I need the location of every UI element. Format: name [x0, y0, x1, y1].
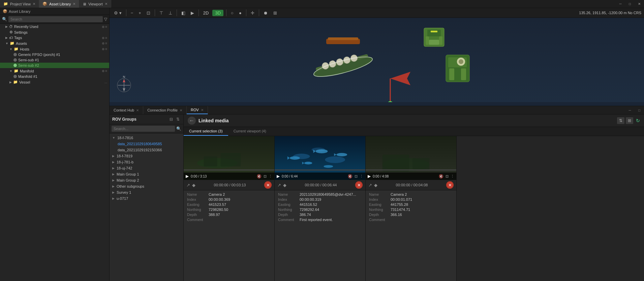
bottom-minimize[interactable]: ─	[625, 106, 635, 115]
close-context-hub[interactable]: ✕	[136, 108, 139, 112]
manifold-action-1[interactable]: ⊕	[102, 69, 104, 73]
tree-item-vessel[interactable]: ▶ 📁 Vessel ...	[0, 79, 109, 85]
back-btn[interactable]: ←	[188, 117, 196, 125]
fit-btn[interactable]: ⊡	[145, 10, 152, 16]
menu-btn-1[interactable]: ⋮	[269, 174, 272, 179]
tree-item-manifold-1[interactable]: Manifold #1	[0, 74, 109, 79]
video-thumb-3[interactable]: ▶ 0:00 / 4:08 🔇 ⊡ ⋮	[366, 136, 456, 180]
close-viewport[interactable]: ✕	[105, 2, 108, 6]
fullscreen-btn-1[interactable]: ⊡	[264, 174, 267, 179]
play-btn-1[interactable]: ▶	[186, 174, 189, 179]
rov-item-survey-1[interactable]: ▶ Survey 1	[110, 189, 183, 195]
ct-link-btn-2[interactable]: ↗	[277, 183, 281, 188]
vol-btn-1[interactable]: 🔇	[257, 174, 262, 179]
rov-item-18-f-7816[interactable]: ▼ 18-f-7816	[110, 135, 183, 141]
tab-current-selection[interactable]: Current selection (3)	[184, 127, 228, 136]
lm-expand-btn[interactable]: ⊞	[626, 117, 633, 124]
zoom-out-btn[interactable]: −	[129, 10, 135, 16]
measure-btn[interactable]: ✛	[249, 10, 256, 16]
solid-btn[interactable]: ●	[237, 10, 243, 16]
video-thumb-2[interactable]: ▶ 0:00 / 6:44 🔇 ⊡ ⋮	[275, 136, 365, 180]
tree-item-assets[interactable]: ▼ 📁 Assets ⊕ ≡	[0, 40, 109, 46]
tags-action-2[interactable]: ≡	[105, 36, 107, 40]
vessel-action-1[interactable]: ...	[104, 80, 107, 84]
rov-item-main-group-2[interactable]: ▶ Main Group 2	[110, 177, 183, 183]
camera-btn[interactable]: ◧	[180, 10, 187, 16]
zoom-in-btn[interactable]: +	[137, 10, 143, 16]
lm-refresh-btn[interactable]: ↻	[636, 118, 640, 123]
viewport-canvas[interactable]: N	[110, 18, 644, 102]
bottom-maximize[interactable]: □	[635, 106, 644, 115]
tree-item-semi-sub-1[interactable]: Semi-sub #1	[0, 57, 109, 63]
close-connection-profile[interactable]: ✕	[180, 108, 182, 112]
tab-project-view[interactable]: 📁 Project View ✕	[0, 0, 39, 8]
maximize-btn[interactable]: □	[625, 0, 635, 8]
layers-up-btn[interactable]: ⊤	[158, 10, 165, 16]
rov-item-u-0717[interactable]: ▶ u-0717	[110, 195, 183, 201]
rov-sort-btn[interactable]: ⇅	[175, 117, 181, 122]
action-icon-2[interactable]: ≡	[105, 25, 107, 29]
play-btn-3[interactable]: ▶	[368, 174, 371, 179]
close-project-view[interactable]: ✕	[33, 2, 35, 6]
hosts-action-2[interactable]: ≡	[105, 47, 107, 51]
ct-diamond-btn-1[interactable]: ◆	[192, 183, 195, 188]
expand-vp-btn[interactable]: ⊞	[272, 10, 279, 16]
ct-delete-btn-2[interactable]: ✕	[355, 181, 363, 189]
menu-btn-2[interactable]: ⋮	[360, 174, 363, 179]
play-btn[interactable]: ▶	[189, 10, 196, 16]
rov-item-18-j-781-b[interactable]: ▶ 18-j-781-b	[110, 159, 183, 165]
tree-item-manifold[interactable]: ▼ 📁 Manifold ⊕ ≡	[0, 68, 109, 74]
video-thumb-1[interactable]: ▶ 0:00 / 3:13 🔇 ⊡ ⋮	[184, 136, 274, 180]
record-btn[interactable]: ⏺	[262, 10, 270, 16]
ct-link-btn-3[interactable]: ↗	[368, 183, 372, 188]
action-icon-1[interactable]: ⊕	[102, 25, 104, 29]
play-btn-2[interactable]: ▶	[277, 174, 280, 179]
search-input[interactable]	[8, 16, 103, 22]
tree-item-settings[interactable]: ⚙ Settings	[0, 29, 109, 35]
tree-item-recently-used[interactable]: ▶ ⏱ Recently Used ⊕ ≡	[0, 24, 109, 29]
tab-asset-library[interactable]: 📦 Asset Library ✕	[39, 0, 79, 8]
mode-2d-btn[interactable]: 2D	[202, 10, 211, 16]
settings-dropdown-btn[interactable]: ⚙ ▾	[112, 10, 123, 16]
tree-item-generic-fpso[interactable]: Generic FPSO (porch) #1	[0, 52, 109, 57]
close-rov[interactable]: ✕	[201, 108, 204, 112]
rov-item-18-uj-742[interactable]: ▶ 18-uj-742	[110, 165, 183, 171]
layers-down-btn[interactable]: ⊥	[167, 10, 174, 16]
tree-item-tags[interactable]: ▶ 🏷 Tags ⊕ ≡	[0, 35, 109, 40]
ct-delete-btn-3[interactable]: ✕	[446, 181, 454, 189]
tab-context-hub[interactable]: Context Hub ✕	[110, 106, 143, 114]
tab-current-viewport[interactable]: Current viewport (4)	[228, 127, 272, 136]
rov-item-18-f-7819[interactable]: ▶ 18-f-7819	[110, 153, 183, 159]
fullscreen-btn-2[interactable]: ⊡	[355, 174, 358, 179]
ct-diamond-btn-2[interactable]: ◆	[283, 183, 286, 188]
assets-action-1[interactable]: ⊕	[102, 41, 104, 45]
hosts-action-1[interactable]: ⊕	[102, 47, 104, 51]
tab-connection-profile[interactable]: Connection Profile ✕	[143, 106, 187, 114]
menu-btn-3[interactable]: ⋮	[451, 174, 454, 179]
assets-action-2[interactable]: ≡	[105, 41, 107, 45]
lm-sort-btn[interactable]: ⇅	[617, 117, 624, 124]
mode-3d-btn[interactable]: 3D	[212, 10, 223, 16]
vol-btn-3[interactable]: 🔇	[439, 174, 443, 179]
rov-layout-btn[interactable]: ⊟	[168, 117, 174, 122]
close-btn[interactable]: ✕	[635, 0, 644, 8]
rov-search-input[interactable]	[112, 126, 175, 132]
rov-item-main-group-1[interactable]: ▶ Main Group 1	[110, 171, 183, 177]
fullscreen-btn-3[interactable]: ⊡	[446, 174, 449, 179]
tab-rov[interactable]: ROV ✕	[187, 106, 208, 114]
rov-item-data-1[interactable]: data_20211029180649585	[110, 141, 183, 147]
ct-link-btn-1[interactable]: ↗	[186, 183, 190, 188]
tags-action-1[interactable]: ⊕	[102, 36, 104, 40]
filter-btn[interactable]: ▽	[104, 17, 107, 22]
tree-item-semi-sub-2[interactable]: Semi-sub #2	[0, 63, 109, 68]
minimize-btn[interactable]: ─	[616, 0, 625, 8]
vol-btn-2[interactable]: 🔇	[348, 174, 352, 179]
tree-item-hosts[interactable]: ▼ 📁 Hosts ⊕ ≡	[0, 46, 109, 52]
rov-item-other-subgroups[interactable]: ▶ Other subgroups	[110, 183, 183, 189]
rov-item-data-2[interactable]: data_20211029192150366	[110, 147, 183, 153]
circle-btn[interactable]: ○	[229, 10, 235, 16]
tab-viewport[interactable]: 🖥 Viewport ✕	[79, 0, 111, 8]
close-asset-library[interactable]: ✕	[73, 2, 75, 6]
ct-delete-btn-1[interactable]: ✕	[264, 181, 272, 189]
manifold-action-2[interactable]: ≡	[105, 69, 107, 73]
